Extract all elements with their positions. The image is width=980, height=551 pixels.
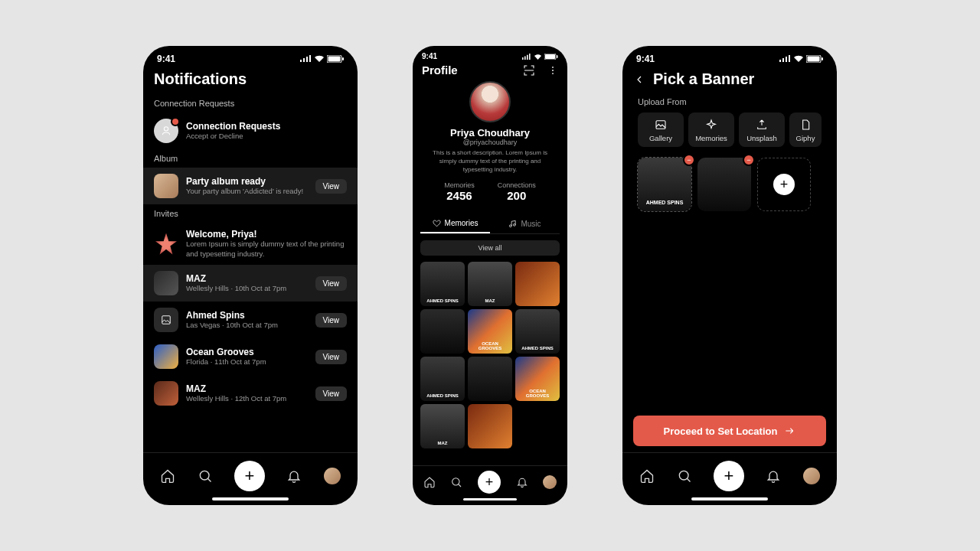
music-icon — [508, 220, 517, 228]
memory-tile[interactable]: MAZ — [468, 262, 512, 306]
home-icon[interactable] — [423, 476, 436, 488]
status-time: 9:41 — [422, 52, 437, 60]
status-icons — [299, 55, 344, 63]
section-album-label: Album — [143, 149, 358, 168]
source-memories[interactable]: Memories — [688, 112, 734, 147]
invite-row-ocean[interactable]: Ocean Grooves Florida · 11th Oct at 7pm … — [143, 338, 358, 375]
event-thumb — [154, 271, 178, 295]
source-gallery[interactable]: Gallery — [638, 112, 684, 147]
page-title: Profile — [422, 64, 458, 77]
source-unsplash[interactable]: Unsplash — [739, 112, 785, 147]
search-icon[interactable] — [198, 468, 213, 484]
remove-icon[interactable]: − — [743, 154, 755, 166]
stat-label: Memories — [444, 181, 475, 189]
banner-slot[interactable]: − — [697, 158, 751, 211]
bell-icon[interactable] — [286, 468, 302, 484]
stat-label: Connections — [498, 181, 536, 189]
row-title: Party album ready — [186, 176, 308, 187]
search-icon[interactable] — [450, 476, 462, 488]
invite-row-maz[interactable]: MAZ Wellesly Hills · 10th Oct at 7pm Vie… — [143, 265, 358, 302]
profile-scroll[interactable]: Priya Choudhary @priyachoudhary This is … — [413, 80, 567, 465]
view-button[interactable]: View — [315, 350, 348, 364]
battery-icon — [544, 54, 558, 60]
album-row[interactable]: Party album ready Your party album 'Addi… — [143, 168, 358, 204]
connection-request-row[interactable]: Connection Requests Accept or Decline — [143, 112, 358, 149]
battery-icon — [327, 55, 344, 63]
profile-avatar[interactable] — [324, 468, 341, 484]
profile-avatar[interactable] — [803, 468, 820, 484]
notifications-list[interactable]: Connection Requests Connection Requests … — [143, 94, 358, 452]
memory-tile[interactable] — [468, 404, 512, 448]
svg-rect-1 — [328, 57, 341, 62]
view-all-button[interactable]: View all — [420, 240, 560, 256]
memory-tile[interactable]: AHMED SPINS — [515, 309, 560, 354]
memory-tile[interactable]: AHMED SPINS — [420, 262, 465, 306]
source-label: Giphy — [796, 134, 815, 142]
profile-bio: This is a short description. Lorem Ipsum… — [420, 146, 560, 177]
row-sub: Accept or Decline — [186, 132, 347, 141]
search-icon[interactable] — [677, 468, 692, 484]
bell-icon[interactable] — [516, 476, 528, 488]
page-title: Notifications — [154, 70, 247, 88]
row-sub: Florida · 11th Oct at 7pm — [186, 357, 308, 367]
wifi-icon — [793, 55, 804, 63]
status-time: 9:41 — [636, 54, 655, 64]
add-fab[interactable]: + — [714, 461, 744, 491]
memory-tile[interactable] — [468, 357, 512, 401]
event-thumb — [154, 344, 178, 369]
home-indicator — [212, 497, 289, 500]
profile-avatar[interactable] — [543, 475, 557, 489]
svg-point-10 — [552, 73, 554, 74]
svg-rect-2 — [342, 57, 344, 60]
profile-avatar-large[interactable] — [469, 81, 511, 122]
tab-memories[interactable]: Memories — [420, 214, 490, 233]
row-title: MAZ — [186, 383, 308, 394]
memory-tile[interactable]: MAZ — [420, 404, 465, 448]
memory-tile[interactable]: OCEAN GROOVES — [468, 309, 512, 354]
home-icon[interactable] — [160, 468, 175, 484]
bottom-nav: + — [413, 465, 567, 497]
stat-memories[interactable]: Memories 2456 — [444, 181, 475, 202]
row-sub: Lorem Ipsum is simply dummy text of the … — [186, 240, 347, 259]
qr-scan-icon[interactable] — [523, 64, 535, 77]
proceed-button[interactable]: Proceed to Set Location — [633, 416, 826, 446]
banner-add-slot[interactable]: + — [757, 158, 811, 211]
signal-icon — [521, 54, 531, 60]
view-button[interactable]: View — [315, 386, 348, 401]
more-vertical-icon[interactable] — [547, 65, 558, 76]
section-connection-label: Connection Requests — [143, 94, 358, 112]
view-button[interactable]: View — [315, 276, 348, 291]
banner-content: Upload From Gallery Memories Unsplash Gi… — [622, 94, 837, 409]
star-icon — [155, 233, 177, 255]
file-icon — [799, 119, 812, 131]
home-icon[interactable] — [639, 468, 655, 484]
status-bar: 9:41 — [622, 46, 837, 66]
proceed-label: Proceed to Set Location — [664, 425, 778, 437]
back-icon[interactable] — [633, 73, 645, 86]
source-giphy[interactable]: Giphy — [789, 112, 822, 147]
arrow-right-icon — [783, 425, 795, 437]
plus-icon: + — [773, 174, 795, 195]
sparkle-icon — [705, 119, 717, 131]
memory-tile[interactable] — [515, 262, 560, 306]
view-button[interactable]: View — [315, 179, 348, 194]
remove-icon[interactable]: − — [683, 154, 695, 166]
row-title: Welcome, Priya! — [186, 229, 347, 240]
invite-row-ahmed[interactable]: Ahmed Spins Las Vegas · 10th Oct at 7pm … — [143, 302, 358, 338]
row-sub: Las Vegas · 10th Oct at 7pm — [186, 321, 308, 330]
stat-connections[interactable]: Connections 200 — [498, 181, 536, 202]
memory-tile[interactable]: OCEAN GROOVES — [515, 357, 560, 401]
view-button[interactable]: View — [315, 313, 348, 328]
add-fab[interactable]: + — [234, 461, 265, 491]
bottom-nav: + — [143, 452, 358, 496]
tab-label: Music — [521, 220, 541, 228]
memory-tile[interactable]: AHMED SPINS — [420, 357, 465, 401]
tab-music[interactable]: Music — [490, 214, 560, 233]
banner-slots: AHMED SPINS − − + — [622, 150, 837, 219]
invite-row-maz2[interactable]: MAZ Wellesly Hills · 12th Oct at 7pm Vie… — [143, 375, 358, 412]
bell-icon[interactable] — [766, 468, 781, 484]
add-fab[interactable]: + — [478, 471, 501, 494]
memory-tile[interactable] — [420, 309, 465, 354]
invite-row-welcome[interactable]: Welcome, Priya! Lorem Ipsum is simply du… — [143, 223, 358, 265]
banner-slot[interactable]: AHMED SPINS − — [638, 158, 691, 211]
